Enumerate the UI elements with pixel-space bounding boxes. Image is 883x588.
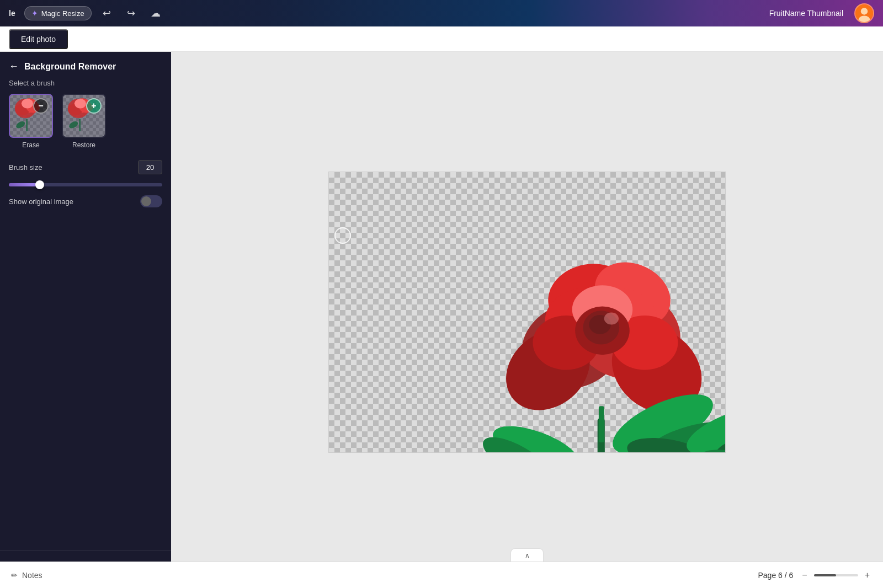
page-info: Page 6 / 6 xyxy=(758,571,793,580)
svg-rect-33 xyxy=(599,406,604,442)
restore-brush-option[interactable]: + Restore xyxy=(62,94,106,149)
magic-resize-label: Magic Resize xyxy=(41,9,84,18)
top-bar: le ✦ Magic Resize ↩ ↪ ☁ FruitName Thumbn… xyxy=(0,0,883,26)
canvas-area[interactable] xyxy=(171,52,883,562)
zoom-controls: − + xyxy=(800,568,872,582)
zoom-in-button[interactable]: + xyxy=(863,568,872,582)
erase-icon-overlay: − xyxy=(33,98,49,114)
notes-label: Notes xyxy=(22,571,42,580)
sidebar: ← Background Remover Select a brush xyxy=(0,52,171,588)
canvas-svg xyxy=(329,172,725,452)
restore-label: Restore xyxy=(72,141,95,149)
brush-size-label: Brush size xyxy=(9,163,138,172)
notes-collapse: ∧ xyxy=(510,548,544,562)
erase-label: Erase xyxy=(22,141,39,149)
panel-title: Background Remover xyxy=(24,62,116,72)
show-original-toggle[interactable] xyxy=(140,195,162,207)
bottom-bar: ✏ Notes Page 6 / 6 − + xyxy=(0,562,883,588)
sidebar-content: Select a brush xyxy=(0,79,171,550)
brush-size-slider[interactable] xyxy=(9,183,162,186)
erase-brush-thumb: − xyxy=(9,94,53,138)
notes-collapse-button[interactable]: ∧ xyxy=(510,548,544,562)
star-icon: ✦ xyxy=(31,9,38,18)
brush-size-value: 20 xyxy=(138,160,162,174)
back-button[interactable]: ← xyxy=(9,61,19,72)
secondary-bar: Edit photo xyxy=(0,26,883,52)
svg-point-1 xyxy=(861,8,868,14)
project-title: FruitName Thumbnail xyxy=(769,9,843,18)
back-icon: ← xyxy=(9,61,19,72)
canvas-wrapper xyxy=(328,172,726,453)
erase-brush-option[interactable]: − Erase xyxy=(9,94,53,149)
redo-button[interactable]: ↪ xyxy=(123,4,140,22)
slider-thumb[interactable] xyxy=(35,180,44,189)
svg-point-31 xyxy=(604,312,619,324)
svg-point-7 xyxy=(22,99,33,109)
sidebar-header: ← Background Remover xyxy=(0,52,171,79)
show-original-row: Show original image xyxy=(9,195,162,207)
avatar xyxy=(854,3,874,23)
restore-brush-thumb: + xyxy=(62,94,106,138)
select-brush-label: Select a brush xyxy=(9,79,162,87)
undo-icon: ↩ xyxy=(103,7,111,19)
notes-button[interactable]: ✏ Notes xyxy=(11,571,42,580)
restore-icon-overlay: + xyxy=(86,98,102,114)
svg-point-14 xyxy=(75,99,86,109)
chevron-up-icon: ∧ xyxy=(525,552,530,559)
svg-point-9 xyxy=(15,120,26,130)
brush-options: − Erase + xyxy=(9,94,162,149)
notes-icon: ✏ xyxy=(11,571,18,580)
zoom-track[interactable] xyxy=(814,574,858,576)
redo-icon: ↪ xyxy=(127,7,135,19)
edit-photo-tab[interactable]: Edit photo xyxy=(9,29,68,49)
app-name: le xyxy=(9,9,15,18)
upload-icon: ☁ xyxy=(151,7,161,19)
toggle-knob xyxy=(141,196,151,206)
svg-point-16 xyxy=(68,120,79,130)
zoom-out-button[interactable]: − xyxy=(800,568,809,582)
show-original-label: Show original image xyxy=(9,197,140,206)
zoom-fill xyxy=(814,574,836,576)
magic-resize-button[interactable]: ✦ Magic Resize xyxy=(24,6,92,20)
slider-track xyxy=(9,183,162,186)
brush-size-row: Brush size 20 xyxy=(9,160,162,174)
undo-button[interactable]: ↩ xyxy=(98,4,116,22)
upload-button[interactable]: ☁ xyxy=(147,4,164,22)
